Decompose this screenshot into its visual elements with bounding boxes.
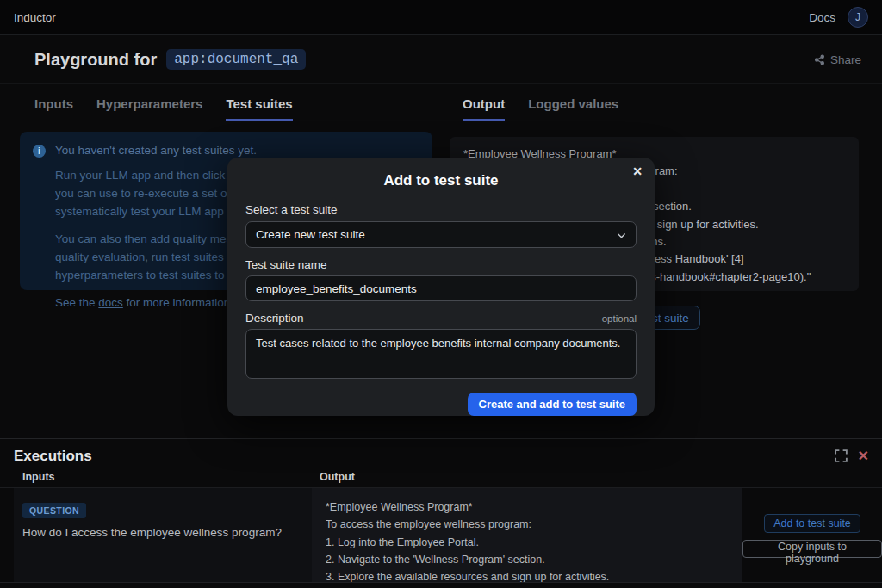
modal-button-row: Create and add to test suite [245, 393, 637, 416]
inputs-cell: QUESTION How do I access the employee we… [14, 488, 312, 582]
see-pre: See the [55, 296, 98, 309]
test-suite-name-input[interactable] [245, 275, 637, 301]
tab-output[interactable]: Output [463, 96, 505, 121]
info-title: You haven't created any test suites yet. [55, 144, 419, 157]
row-add-to-test-suite-button[interactable]: Add to test suite [764, 514, 860, 533]
tab-inputs[interactable]: Inputs [34, 96, 73, 121]
column-header-output: Output [320, 471, 355, 483]
page-header: Playground for app:document_qa Share [0, 36, 882, 84]
close-executions-icon[interactable]: ✕ [858, 449, 869, 463]
page-title: Playground for [34, 50, 157, 70]
info-icon: i [33, 145, 46, 158]
tab-logged-values[interactable]: Logged values [528, 96, 618, 121]
executions-title: Executions [14, 448, 92, 465]
chevron-down-icon [616, 230, 627, 241]
tab-test-suites[interactable]: Test suites [226, 96, 292, 121]
select-test-suite-label: Select a test suite [245, 203, 637, 216]
close-icon[interactable]: ✕ [632, 164, 643, 178]
question-text: How do I access the employee wellness pr… [22, 526, 303, 539]
column-header-inputs: Inputs [22, 471, 55, 483]
topbar: Inductor Docs J [0, 0, 882, 35]
optional-hint: optional [602, 313, 637, 324]
test-suite-select-value: Create new test suite [256, 228, 365, 241]
executions-header-icons: ✕ [834, 449, 869, 463]
description-label: Description [245, 312, 304, 325]
share-label: Share [830, 53, 861, 66]
brand-logo[interactable]: Inductor [14, 11, 56, 24]
left-tab-group: Inputs Hyperparameters Test suites [34, 96, 293, 121]
right-tab-group: Output Logged values [463, 96, 618, 121]
test-suite-name-label: Test suite name [245, 258, 637, 271]
share-icon [814, 54, 825, 65]
exec-output-line: 3. Explore the available resources and s… [326, 568, 729, 585]
executions-bottom-divider [0, 582, 882, 583]
docs-inline-link[interactable]: docs [98, 296, 123, 309]
see-post: for more information. [123, 296, 233, 309]
tab-hyperparameters[interactable]: Hyperparameters [96, 96, 202, 121]
description-textarea[interactable]: Test cases related to the employee benef… [245, 329, 637, 379]
question-badge: QUESTION [22, 503, 86, 518]
docs-link[interactable]: Docs [809, 11, 835, 24]
add-to-test-suite-modal: ✕ Add to test suite Select a test suite … [227, 158, 655, 416]
app-tag-chip: app:document_qa [166, 49, 306, 70]
share-button[interactable]: Share [814, 53, 861, 66]
modal-title: Add to test suite [245, 172, 637, 189]
exec-output-line: *Employee Wellness Program* [326, 498, 729, 516]
exec-output-line: To access the employee wellness program: [326, 516, 729, 533]
expand-icon[interactable] [834, 449, 848, 463]
description-label-row: Description optional [245, 312, 637, 325]
execution-row[interactable]: QUESTION How do I access the employee we… [14, 488, 882, 582]
copy-inputs-to-playground-button[interactable]: Copy inputs to playground [742, 540, 882, 558]
row-actions: Add to test suite Copy inputs to playgro… [742, 488, 882, 582]
topbar-right: Docs J [809, 7, 868, 28]
user-avatar[interactable]: J [848, 7, 868, 28]
exec-output-line: 2. Navigate to the 'Wellness Program' se… [326, 551, 729, 568]
create-and-add-button[interactable]: Create and add to test suite [468, 393, 637, 416]
output-cell: *Employee Wellness Program* To access th… [312, 488, 742, 582]
exec-output-line: 1. Log into the Employee Portal. [326, 534, 729, 551]
test-suite-select[interactable]: Create new test suite [245, 221, 637, 248]
executions-panel: Executions ✕ Inputs Output QUESTION How … [0, 438, 882, 588]
